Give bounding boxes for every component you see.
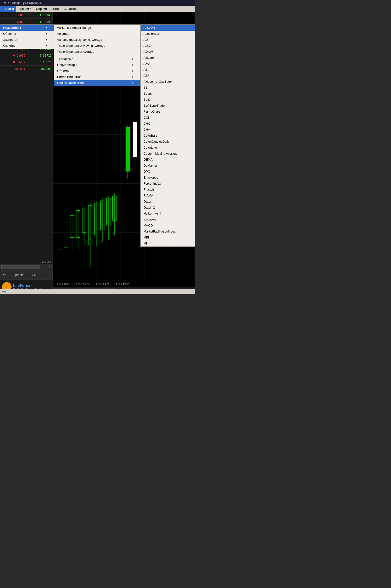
custom-indicator-asi[interactable]: ASI (141, 67, 196, 73)
menu-insert[interactable]: Вставка (0, 6, 16, 12)
submenu-arrow-icon: ► (132, 58, 134, 60)
indicator-billwilliams[interactable]: Билла Вильямса ► (54, 74, 140, 80)
custom-indicator-ama[interactable]: AMA (141, 61, 196, 67)
search-close-icon[interactable]: × (48, 265, 50, 268)
indicator-vida[interactable]: Variable Index Dynamic Average (54, 37, 140, 43)
custom-indicator-gator[interactable]: Gator (141, 198, 196, 204)
submenu-arrow-icon: ► (132, 69, 134, 72)
bottom-panel: ли Торговля Тики (0, 270, 53, 279)
custom-indicator-bulls[interactable]: Bulls (141, 97, 196, 103)
custom-indicator-colorbars[interactable]: ColorBars (141, 132, 196, 138)
ask-cell: 84.606 (26, 67, 53, 71)
indicator-volumes-cat[interactable]: Объемы ► (54, 68, 140, 74)
custom-indicator-flamechart[interactable]: FlameChart (141, 109, 196, 115)
left-panel: 1.368431.368651.160691.160900.705690.705… (0, 12, 53, 294)
svg-rect-40 (126, 127, 130, 171)
custom-indicators-submenu: AROONAcceleratorADADXADXWAlligatorAMAASI… (140, 24, 196, 247)
custom-indicator-macd[interactable]: MACD (141, 222, 196, 228)
title-text: - MT5 - Hedge - [AUDUSDcl,H1] (2, 1, 43, 4)
custom-indicator-aroon[interactable]: AROON (141, 25, 196, 31)
custom-indicator-mi[interactable]: MI (141, 240, 196, 246)
logo-name: LiteForex (13, 284, 44, 288)
price-row[interactable]: 1.368431.36865 (0, 12, 53, 19)
menu-window[interactable]: Окно (49, 6, 61, 12)
menu-item-scripts[interactable]: Скрипты ► (0, 43, 54, 49)
ask-cell: 0.68521 (26, 61, 53, 64)
time-label-2: 11 Oct 13:00 (94, 283, 109, 286)
custom-indicator-bb[interactable]: BB (141, 85, 196, 91)
menu-charts[interactable]: Графики (16, 6, 34, 12)
tab-trading[interactable]: Торговля (9, 272, 27, 278)
bid-cell: 0.91679 (0, 54, 26, 57)
custom-indicator-gator2[interactable]: Gator_2 (141, 204, 196, 210)
submenu-arrow-icon: ► (46, 26, 48, 29)
custom-indicator-dpo[interactable]: DPO (141, 169, 196, 175)
status-bar: ное (0, 289, 196, 294)
page-indicator: 10 / 202 (0, 260, 53, 264)
price-row[interactable]: 84.57484.606 (0, 66, 53, 72)
custom-indicator-heikenashi[interactable]: Heiken_Ashi (141, 210, 196, 216)
custom-indicator-accelerator[interactable]: Accelerator (141, 31, 196, 37)
menu-bar: Вставка Графики Сервис Окно Справка (0, 6, 196, 12)
custom-indicator-atr[interactable]: ATR (141, 73, 196, 79)
menu-divider (54, 55, 140, 55)
search-input[interactable] (1, 265, 40, 269)
submenu-arrow-icon: ► (46, 32, 48, 35)
custom-indicator-adxw[interactable]: ADXW (141, 49, 196, 55)
custom-indicator-fractals[interactable]: Fractals (141, 187, 196, 193)
custom-indicator-envelopes[interactable]: Envelopes (141, 175, 196, 181)
search-box-area: × (0, 264, 53, 270)
time-label-1: 11 Oct 09:00 (74, 283, 90, 286)
custom-indicator-adx[interactable]: ADX (141, 43, 196, 49)
custom-indicator-frama[interactable]: FrAMA (141, 193, 196, 198)
custom-indicator-cho[interactable]: CHO (141, 121, 196, 127)
menu-service[interactable]: Сервис (34, 6, 49, 12)
indicators-menu: Индикаторы ► Объекты ► Эксперты ► Скрипт… (0, 24, 54, 49)
menu-item-objects[interactable]: Объекты ► (0, 31, 54, 37)
custom-indicator-colorcandlesdaily[interactable]: ColorCandlesDaily (141, 138, 196, 144)
custom-indicator-ichimoku[interactable]: Ichimoku (141, 216, 196, 222)
custom-indicator-awesome[interactable]: Awesome_Oscillator (141, 79, 196, 85)
custom-indicator-forceindex[interactable]: Force_Index (141, 181, 196, 187)
indicator-williams[interactable]: Williams' Percent Range (54, 25, 140, 31)
bid-cell: 1.36843 (0, 14, 26, 17)
indicator-tea[interactable]: Triple Exponential Average (54, 49, 140, 55)
ask-cell: 1.16090 (26, 20, 53, 24)
indicator-tema[interactable]: Triple Exponential Moving Average (54, 43, 140, 49)
custom-indicator-demarker[interactable]: DeMarker (141, 163, 196, 169)
indicator-trend[interactable]: Трендовые ► (54, 56, 140, 62)
custom-indicator-colorline[interactable]: ColorLine (141, 144, 196, 150)
custom-indicator-cci[interactable]: CCI (141, 115, 196, 121)
submenu-arrow-icon: ► (46, 38, 48, 41)
indicator-submenu: Williams' Percent Range Volumes Variable… (54, 24, 140, 86)
custom-indicator-ad[interactable]: AD (141, 37, 196, 43)
custom-indicator-alligator[interactable]: Alligator (141, 55, 196, 61)
custom-indicator-dema[interactable]: DEMA (141, 157, 196, 163)
main-area: 1.368431.368651.160691.160900.705690.705… (0, 12, 196, 294)
indicator-custom[interactable]: Пользовательские ► (54, 80, 140, 86)
custom-indicator-mfi[interactable]: MFI (141, 234, 196, 240)
time-label-0: 11 Oct 2021 (55, 283, 70, 286)
indicator-oscillators[interactable]: Осцилляторы ► (54, 62, 140, 68)
tab-trades[interactable]: ли (0, 272, 9, 278)
bid-cell: 84.574 (0, 67, 26, 71)
title-bar: - MT5 - Hedge - [AUDUSDcl,H1] (0, 0, 196, 6)
price-row[interactable]: 0.916790.91717 (0, 52, 53, 59)
menu-item-experts[interactable]: Эксперты ► (0, 37, 54, 43)
indicator-volumes[interactable]: Volumes (54, 31, 140, 37)
custom-indicator-chv[interactable]: CHV (141, 127, 196, 132)
price-row[interactable]: 0.684790.68521 (0, 59, 53, 66)
bid-cell: 1.16069 (0, 20, 26, 24)
chart-time-labels: 11 Oct 2021 11 Oct 09:00 11 Oct 13:00 11… (53, 282, 196, 287)
price-table: 1.368431.368651.160691.160900.705690.705… (0, 12, 53, 260)
menu-item-indicators[interactable]: Индикаторы ► (0, 25, 54, 31)
custom-indicator-bwzonetrade[interactable]: BW-ZoneTrade (141, 103, 196, 109)
tab-ticks[interactable]: Тики (27, 272, 39, 278)
submenu-arrow-icon: ► (132, 81, 134, 84)
menu-help[interactable]: Справка (61, 6, 78, 12)
custom-indicator-customma[interactable]: Custom Moving Average (141, 150, 196, 157)
submenu-arrow-icon: ► (132, 64, 134, 66)
custom-indicator-bears[interactable]: Bears (141, 91, 196, 97)
submenu-arrow-icon: ► (46, 44, 48, 47)
custom-indicator-marketfacilitation[interactable]: MarketFacilitationIndex (141, 228, 196, 234)
